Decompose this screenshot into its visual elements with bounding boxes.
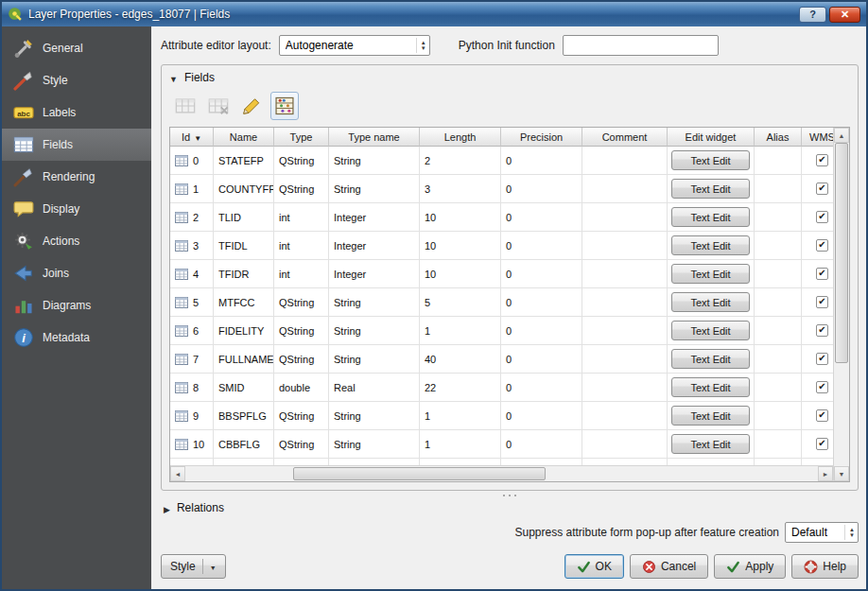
window-close-button[interactable]: ✕ <box>829 7 860 23</box>
sidebar-item-fields[interactable]: Fields <box>2 129 151 161</box>
wms-checkbox[interactable] <box>816 324 828 337</box>
cell-length: 5 <box>420 288 501 317</box>
field-calculator-button[interactable] <box>270 92 299 120</box>
help-button[interactable]: Help <box>791 554 859 579</box>
cell-id: 2 <box>170 203 214 232</box>
horizontal-scroll-track[interactable] <box>185 466 818 481</box>
table-row-1[interactable]: 1COUNTYFPQStringString30Text Edit <box>170 175 833 203</box>
style-button[interactable]: Style <box>161 554 226 579</box>
ok-button[interactable]: OK <box>564 554 624 579</box>
edit-widget-button[interactable]: Text Edit <box>671 349 750 369</box>
sidebar-item-display[interactable]: Display <box>2 193 151 225</box>
scroll-right-button[interactable] <box>818 466 833 481</box>
empty-cell <box>501 459 582 465</box>
sidebar-item-label: General <box>43 42 83 55</box>
wms-checkbox[interactable] <box>816 239 828 252</box>
cell-type-name: String <box>329 317 420 345</box>
relations-section-header[interactable]: Relations <box>161 499 859 516</box>
cancel-button[interactable]: Cancel <box>630 554 708 579</box>
column-header-edit-widget[interactable]: Edit widget <box>668 128 755 147</box>
column-header-wms[interactable]: WMS <box>802 128 833 147</box>
collapse-right-icon <box>164 499 170 516</box>
column-header-length[interactable]: Length <box>420 128 501 147</box>
sidebar-item-diagrams[interactable]: Diagrams <box>2 289 151 322</box>
wms-checkbox[interactable] <box>816 353 828 365</box>
edit-widget-button[interactable]: Text Edit <box>671 207 750 227</box>
sidebar-item-labels[interactable]: abcLabels <box>2 96 151 129</box>
edit-widget-button[interactable]: Text Edit <box>671 150 750 170</box>
scroll-left-button[interactable] <box>170 466 185 481</box>
edit-widget-button[interactable]: Text Edit <box>671 406 750 426</box>
sidebar-item-rendering[interactable]: Rendering <box>2 161 151 193</box>
cell-name: COUNTYFP <box>214 175 274 203</box>
column-header-alias[interactable]: Alias <box>755 128 802 147</box>
wms-checkbox[interactable] <box>816 154 828 166</box>
edit-widget-button[interactable]: Text Edit <box>671 264 750 284</box>
python-init-input[interactable] <box>563 35 719 56</box>
sidebar-item-metadata[interactable]: iMetadata <box>2 322 151 354</box>
vertical-scroll-thumb[interactable] <box>835 143 848 363</box>
column-header-precision[interactable]: Precision <box>501 128 582 147</box>
table-row-7[interactable]: 7FULLNAMEQStringString400Text Edit <box>170 345 833 374</box>
cell-edit-widget: Text Edit <box>668 317 755 345</box>
titlebar[interactable]: Layer Properties - edges_18077 | Fields … <box>2 2 866 26</box>
horizontal-scroll-thumb[interactable] <box>293 467 547 480</box>
suppress-select[interactable]: Default <box>785 522 859 543</box>
cell-name: MTFCC <box>214 288 274 317</box>
wms-checkbox[interactable] <box>816 409 828 422</box>
field-row-icon <box>175 211 188 224</box>
column-header-type-name[interactable]: Type name <box>329 128 420 147</box>
wms-checkbox[interactable] <box>816 381 828 393</box>
table-row-9[interactable]: 9BBSPFLGQStringString10Text Edit <box>170 402 833 430</box>
scroll-down-button[interactable] <box>834 466 849 481</box>
cell-wms <box>802 175 833 203</box>
table-row-0[interactable]: 0STATEFPQStringString20Text Edit <box>170 147 833 175</box>
sidebar-item-actions[interactable]: Actions <box>2 225 151 257</box>
wms-checkbox[interactable] <box>816 211 828 223</box>
main-content: Attribute editor layout: Autogenerate Py… <box>151 26 866 589</box>
apply-button[interactable]: Apply <box>714 554 786 579</box>
scroll-up-button[interactable] <box>834 128 849 143</box>
splitter-handle[interactable] <box>161 491 859 499</box>
wms-checkbox[interactable] <box>816 183 828 195</box>
vertical-scroll-track[interactable] <box>834 143 849 466</box>
field-row-icon <box>175 268 188 281</box>
field-row-icon <box>175 409 188 423</box>
sidebar-item-joins[interactable]: Joins <box>2 257 151 289</box>
table-row-3[interactable]: 3TFIDLintInteger100Text Edit <box>170 232 833 260</box>
toggle-editing-button[interactable] <box>237 92 266 120</box>
cell-comment <box>582 317 668 345</box>
cell-comment <box>582 374 668 402</box>
delete-column-button[interactable] <box>204 92 233 120</box>
attribute-editor-layout-select[interactable]: Autogenerate <box>279 35 430 56</box>
fields-section-header[interactable]: Fields <box>169 69 850 86</box>
table-row-8[interactable]: 8SMIDdoubleReal220Text Edit <box>170 374 833 402</box>
wms-checkbox[interactable] <box>816 438 828 450</box>
table-row-6[interactable]: 6FIDELITYQStringString10Text Edit <box>170 317 833 345</box>
table-row-2[interactable]: 2TLIDintInteger100Text Edit <box>170 203 833 232</box>
table-row-4[interactable]: 4TFIDRintInteger100Text Edit <box>170 260 833 288</box>
column-header-name[interactable]: Name <box>214 128 274 147</box>
delete-column-icon <box>208 96 229 116</box>
column-header-type[interactable]: Type <box>274 128 329 147</box>
table-row-10[interactable]: 10CBBFLGQStringString10Text Edit <box>170 430 833 459</box>
column-header-comment[interactable]: Comment <box>582 128 668 147</box>
edit-widget-button[interactable]: Text Edit <box>671 434 750 454</box>
edit-widget-button[interactable]: Text Edit <box>671 321 750 340</box>
edit-widget-button[interactable]: Text Edit <box>671 377 750 397</box>
vertical-scrollbar[interactable] <box>833 128 849 481</box>
new-column-button[interactable] <box>171 92 200 120</box>
horizontal-scrollbar[interactable] <box>170 465 833 481</box>
wms-checkbox[interactable] <box>816 296 828 308</box>
edit-widget-button[interactable]: Text Edit <box>671 179 750 199</box>
wms-checkbox[interactable] <box>816 268 828 280</box>
cell-type: QString <box>274 345 329 374</box>
cell-type-name: Integer <box>329 203 420 232</box>
sidebar-item-general[interactable]: General <box>2 32 151 64</box>
sidebar-item-style[interactable]: Style <box>2 64 151 96</box>
edit-widget-button[interactable]: Text Edit <box>671 235 750 255</box>
table-row-5[interactable]: 5MTFCCQStringString50Text Edit <box>170 288 833 317</box>
column-header-id[interactable]: Id <box>170 128 214 147</box>
edit-widget-button[interactable]: Text Edit <box>671 292 750 312</box>
window-help-button[interactable]: ? <box>799 7 826 23</box>
